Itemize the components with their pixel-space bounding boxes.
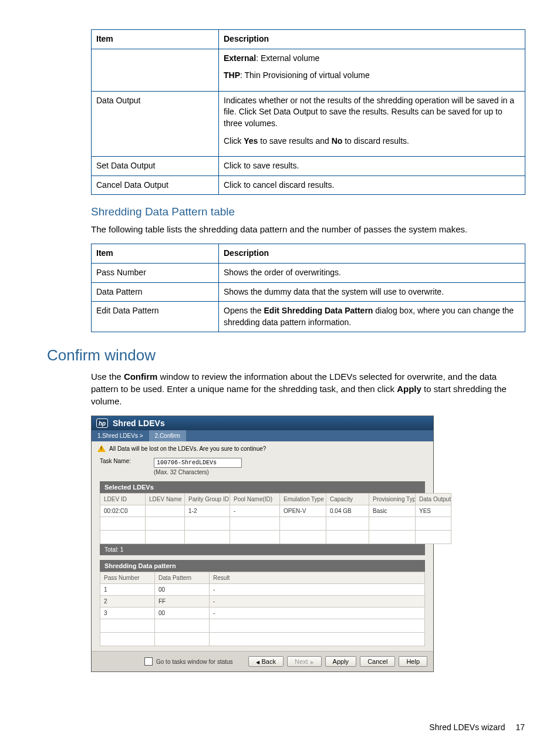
col-pattern: Data Pattern	[155, 572, 210, 584]
cell-desc: External: External volume THP: Thin Prov…	[219, 49, 525, 91]
col-out: Data Output	[416, 494, 451, 505]
cell-desc: Click to cancel discard results.	[219, 175, 525, 195]
shredding-pattern-table: Pass Number Data Pattern Result 1 00 - 2…	[100, 572, 425, 646]
selected-ldevs-table: LDEV ID LDEV Name Parity Group ID Pool N…	[100, 493, 451, 544]
col-pool: Pool Name(ID)	[230, 494, 280, 505]
cell-desc: Shows the dummy data that the system wil…	[219, 282, 525, 302]
wizard-step-1[interactable]: 1.Shred LDEVs >	[92, 430, 149, 441]
table-row: External: External volume THP: Thin Prov…	[92, 49, 525, 91]
cell-item: Data Pattern	[92, 282, 219, 302]
goto-tasks-label: Go to tasks window for status	[156, 659, 233, 665]
cell-item: Cancel Data Output	[92, 175, 219, 195]
cell-item	[92, 49, 219, 91]
col-pass: Pass Number	[100, 572, 155, 584]
task-name-input[interactable]	[154, 458, 242, 468]
shredding-pattern-header: Shredding Data pattern	[100, 560, 425, 572]
cell-desc: Indicates whether or not the results of …	[219, 91, 525, 156]
footer-text: Shred LDEVs wizard	[429, 723, 505, 732]
wizard-breadcrumb: 1.Shred LDEVs > 2.Confirm	[92, 430, 433, 441]
shred-ldevs-dialog: hp Shred LDEVs 1.Shred LDEVs > 2.Confirm…	[91, 416, 434, 672]
selected-ldevs-total: Total: 1	[100, 544, 425, 555]
shredding-pattern-intro: The following table lists the shredding …	[91, 223, 525, 235]
item-description-table-2: Item Description Pass Number Shows the o…	[91, 244, 525, 332]
cell-item: Pass Number	[92, 263, 219, 282]
dialog-title: Shred LDEVs	[113, 418, 165, 428]
cell-desc: Opens the Edit Shredding Data Pattern di…	[219, 302, 525, 332]
table-row: Data Output Indicates whether or not the…	[92, 91, 525, 156]
table-row: Cancel Data Output Click to cancel disca…	[92, 175, 525, 195]
warning-text: All Data will be lost on the LDEVs. Are …	[109, 445, 266, 452]
apply-button[interactable]: Apply	[325, 656, 357, 667]
dialog-footer: Go to tasks window for status Back Next …	[92, 651, 433, 671]
back-button[interactable]: Back	[248, 656, 284, 667]
confirm-window-intro: Use the Confirm window to review the inf…	[91, 370, 525, 407]
table-header: Item	[92, 244, 219, 264]
help-button[interactable]: Help	[399, 656, 427, 667]
table-row[interactable]: 3 00 -	[100, 607, 425, 619]
table-header: Description	[219, 244, 525, 264]
table-row: Data Pattern Shows the dummy data that t…	[92, 282, 525, 302]
table-row[interactable]: 2 FF -	[100, 596, 425, 607]
hp-logo-icon: hp	[96, 418, 108, 428]
col-result: Result	[210, 572, 425, 584]
col-emu: Emulation Type	[280, 494, 326, 505]
cell-item: Set Data Output	[92, 157, 219, 176]
selected-ldevs-header: Selected LDEVs	[100, 481, 425, 493]
goto-tasks-checkbox[interactable]	[144, 657, 153, 666]
cell-item: Data Output	[92, 91, 219, 156]
table-row[interactable]: 1 00 -	[100, 584, 425, 596]
task-name-hint: (Max. 32 Characters)	[154, 469, 242, 475]
table-row	[100, 619, 425, 633]
item-description-table-1: Item Description External: External volu…	[91, 29, 525, 195]
page-footer: Shred LDEVs wizard 17	[429, 723, 525, 732]
table-row	[100, 531, 451, 544]
table-header: Description	[219, 30, 525, 49]
cancel-button[interactable]: Cancel	[360, 656, 395, 667]
col-prov: Provisioning Type	[369, 494, 416, 505]
cell-item: Edit Data Pattern	[92, 302, 219, 332]
task-name-label: Task Name:	[100, 458, 147, 464]
warning-icon	[97, 445, 106, 452]
table-row: Set Data Output Click to save results.	[92, 157, 525, 176]
wizard-step-2[interactable]: 2.Confirm	[149, 430, 186, 441]
confirm-window-heading: Confirm window	[47, 346, 525, 364]
col-ldev-name: LDEV Name	[146, 494, 185, 505]
shredding-pattern-heading: Shredding Data Pattern table	[91, 205, 525, 218]
table-header: Item	[92, 30, 219, 49]
cell-desc: Click to save results.	[219, 157, 525, 176]
table-row: Pass Number Shows the order of overwriti…	[92, 263, 525, 282]
col-cap: Capacity	[326, 494, 369, 505]
page-number: 17	[515, 723, 525, 732]
warning-banner: All Data will be lost on the LDEVs. Are …	[92, 441, 433, 455]
col-parity: Parity Group ID	[185, 494, 230, 505]
table-row	[100, 517, 451, 531]
next-button: Next	[287, 656, 322, 667]
table-row	[100, 633, 425, 646]
cell-desc: Shows the order of overwritings.	[219, 263, 525, 282]
table-row: Edit Data Pattern Opens the Edit Shreddi…	[92, 302, 525, 332]
dialog-titlebar: hp Shred LDEVs	[92, 416, 433, 430]
col-ldev-id: LDEV ID	[100, 494, 146, 505]
table-row[interactable]: 00:02:C0 1-2 - OPEN-V 0.04 GB Basic YES	[100, 505, 451, 517]
